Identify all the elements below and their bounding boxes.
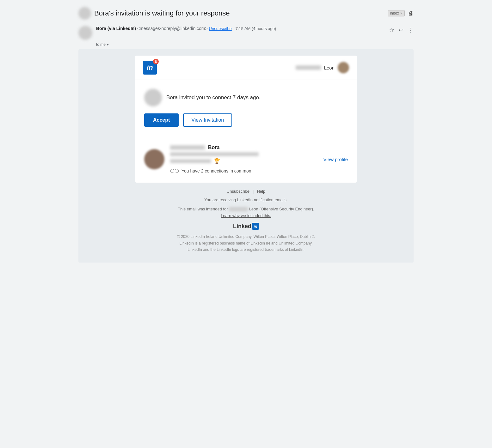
email-subject: Bora's invitation is waiting for your re…	[94, 9, 384, 17]
profile-subtitle-row: 🏆	[170, 158, 311, 164]
star-icon[interactable]: ☆	[389, 27, 394, 33]
footer-intended-row: This email was intended for Leon (Offens…	[138, 206, 354, 219]
to-me-row: to me ▾	[78, 42, 414, 49]
user-info-top: Leon	[296, 62, 349, 73]
linked-text: Linked	[233, 223, 251, 230]
profile-section: Bora 🏆 ⬡⬡ You have 2 connections in comm…	[135, 137, 357, 183]
sender-name: Bora (via LinkedIn)	[96, 26, 136, 31]
footer-legal2: LinkedIn and the LinkedIn logo are regis…	[138, 246, 354, 253]
connections-icon: ⬡⬡	[170, 168, 179, 174]
footer-copyright: © 2020 LinkedIn Ireland Unlimited Compan…	[138, 233, 354, 240]
footer-divider: |	[253, 189, 254, 194]
user-name-text: Leon	[324, 65, 335, 70]
profile-subtitle-blurred	[170, 159, 211, 163]
profile-name-blurred-block	[170, 145, 205, 150]
invitation-text-row: Bora invited you to connect 7 days ago.	[144, 89, 348, 106]
print-icon[interactable]: 🖨	[408, 10, 414, 17]
footer-help-link[interactable]: Help	[257, 189, 265, 194]
footer-intended-name: Leon (Offensive Security Engineer).	[249, 207, 314, 211]
view-invitation-button[interactable]: View Invitation	[183, 113, 232, 127]
footer-name-blurred	[229, 207, 248, 211]
inbox-label: Inbox	[390, 11, 399, 15]
inbox-tag: Inbox ×	[388, 10, 405, 16]
sender-actions: ☆ ↩ ⋮	[389, 27, 414, 33]
to-label: to me	[96, 42, 106, 47]
sender-unsubscribe-link[interactable]: Unsubscribe	[209, 26, 232, 31]
invitation-text: Bora invited you to connect 7 days ago.	[166, 94, 261, 101]
footer-learn-link[interactable]: Learn why we included this.	[221, 213, 271, 218]
sender-avatar	[78, 26, 92, 40]
footer-unsubscribe-link[interactable]: Unsubscribe	[227, 189, 249, 194]
profile-title-blurred	[170, 152, 259, 156]
user-name-blurred	[296, 65, 321, 70]
profile-details: Bora 🏆 ⬡⬡ You have 2 connections in comm…	[170, 145, 311, 174]
inviter-avatar	[144, 89, 162, 106]
connections-row: ⬡⬡ You have 2 connections in common	[170, 168, 311, 174]
user-avatar-top	[338, 62, 349, 73]
expand-recipients-icon[interactable]: ▾	[107, 42, 109, 47]
linkedin-footer-in-box: in	[252, 223, 259, 230]
footer-intended-label: This email was intended for	[178, 207, 228, 211]
notification-badge: 8	[153, 59, 159, 64]
email-container: Bora's invitation is waiting for your re…	[72, 0, 420, 266]
footer-legal1: LinkedIn is a registered business name o…	[138, 240, 354, 246]
more-options-icon[interactable]: ⋮	[408, 27, 414, 33]
accept-button[interactable]: Accept	[144, 113, 179, 127]
linkedin-card: in 8 Leon Bora invited you to connect 7 …	[135, 56, 357, 183]
footer-notification-text: You are receiving LinkedIn notification …	[138, 197, 354, 203]
footer-legal: © 2020 LinkedIn Ireland Unlimited Compan…	[138, 233, 354, 253]
sender-row: Bora (via LinkedIn) <messages-noreply@li…	[78, 23, 414, 42]
linkedin-footer-logo: Linked in	[138, 223, 354, 230]
email-footer: Unsubscribe | Help You are receiving Lin…	[135, 183, 357, 256]
sender-info: Bora (via LinkedIn) <messages-noreply@li…	[96, 26, 385, 31]
buttons-row: Accept View Invitation	[144, 113, 348, 127]
footer-links: Unsubscribe | Help	[138, 189, 354, 194]
invitation-section: Bora invited you to connect 7 days ago. …	[135, 80, 357, 137]
email-body: in 8 Leon Bora invited you to connect 7 …	[78, 49, 414, 263]
email-header: Bora's invitation is waiting for your re…	[78, 3, 414, 23]
profile-name-row: Bora	[170, 145, 311, 150]
view-profile-button[interactable]: View profile	[317, 157, 348, 162]
sender-avatar-header	[78, 7, 91, 20]
sender-name-line: Bora (via LinkedIn) <messages-noreply@li…	[96, 26, 385, 31]
email-timestamp: 7:15 AM (4 hours ago)	[236, 26, 276, 31]
linkedin-top-bar: in 8 Leon	[135, 56, 357, 80]
connections-text: You have 2 connections in common	[181, 168, 251, 173]
inbox-close-button[interactable]: ×	[400, 11, 403, 15]
linkedin-logo: in 8	[143, 61, 157, 75]
sender-email: <messages-noreply@linkedin.com>	[137, 26, 208, 31]
profile-avatar	[144, 149, 164, 169]
reply-icon[interactable]: ↩	[399, 27, 403, 33]
emoji-icon: 🏆	[214, 158, 220, 164]
profile-name: Bora	[208, 145, 219, 150]
